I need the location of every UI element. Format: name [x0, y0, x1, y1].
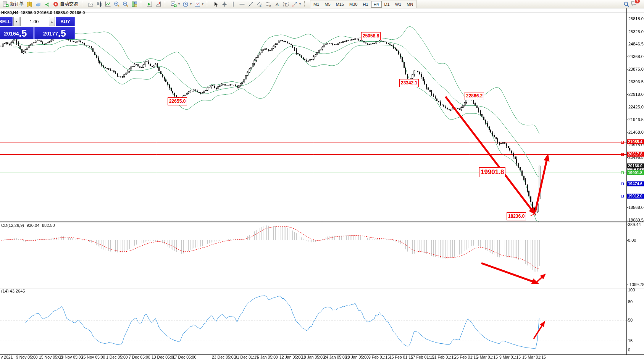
community-button[interactable] [34, 0, 42, 8]
text-icon: A [274, 1, 280, 7]
fibonacci-button[interactable]: F [264, 0, 273, 8]
equidistant-channel-button[interactable]: E [255, 0, 264, 8]
sell-price-main: 20164 [4, 30, 19, 37]
rsi-axis-label: 0 [628, 348, 630, 352]
chart-shift-button[interactable] [154, 0, 163, 8]
price-chart-canvas[interactable] [0, 0, 644, 359]
cursor-icon [213, 1, 219, 7]
text-label-button[interactable]: T [282, 0, 290, 8]
auto-scroll-icon [147, 1, 153, 7]
price-callout[interactable]: 25058.8 [361, 32, 381, 40]
timeframe-button-m5[interactable]: M5 [322, 1, 333, 8]
horizontal-line-button[interactable] [238, 0, 246, 8]
signals-button[interactable] [43, 0, 51, 8]
timeframe-button-m15[interactable]: M15 [333, 1, 347, 8]
time-axis-label: 31 Dec 01:15 [235, 355, 258, 359]
time-axis-label: v 2021 [1, 355, 13, 359]
time-axis-label: 28 Jan 05:00 [345, 355, 369, 359]
timeframe-button-m30[interactable]: M30 [347, 1, 360, 8]
new-order-button-label: 新订单 [10, 1, 24, 7]
time-axis-label: 17 Feb 01:15 [411, 355, 434, 359]
chevron-down-icon: ▾ [178, 2, 180, 6]
cursor-button[interactable] [211, 0, 220, 8]
line-chart-button[interactable] [104, 0, 112, 8]
crosshair-icon [221, 1, 228, 7]
trendline-button[interactable] [247, 0, 255, 8]
crosshair-button[interactable] [220, 0, 229, 8]
vertical-line-icon [230, 1, 236, 7]
timeframe-button-w1[interactable]: W1 [392, 1, 404, 8]
notification-badge: 1 [634, 0, 640, 4]
buy-button[interactable]: BUY [56, 17, 75, 26]
new-order-button[interactable]: 新订单 [2, 0, 25, 8]
price-level-tag: 19012.0 [627, 194, 644, 199]
candle-chart-icon [96, 1, 102, 7]
indicators-icon [171, 1, 177, 7]
chart-shift-icon [155, 1, 161, 7]
templates-button[interactable]: ▾ [193, 0, 205, 8]
time-axis-label: 9 Nov 05:00 [16, 355, 38, 359]
price-level-tag: 20617.8 [627, 152, 644, 157]
symbol-ohlc-info: HK50,H418896.0 20166.0 18885.0 20166.0 [1, 10, 87, 15]
svg-text:E: E [260, 5, 262, 7]
price-callout[interactable]: 18236.0 [507, 212, 526, 220]
price-axis-tick: 23875.0 [628, 67, 644, 71]
rsi-axis-label: 100 [628, 288, 635, 292]
time-axis-label: 1 Dec 05:00 [106, 355, 128, 359]
price-axis-tick: 24368.0 [628, 54, 644, 59]
chat-button[interactable]: 1 [631, 0, 637, 8]
macd-axis-label: 0.00 [628, 238, 636, 243]
bar-chart-button[interactable] [86, 0, 95, 8]
time-axis-label: 15 Feb 01:15 [389, 355, 413, 359]
toolbar-separator [165, 1, 168, 7]
sell-button[interactable]: SELL [0, 17, 13, 26]
periods-button[interactable]: ▾ [181, 0, 193, 8]
price-axis-tick: 18568.0 [628, 205, 644, 210]
time-axis-label: 3 Mar 01:15 [476, 355, 498, 359]
timeframe-button-d1[interactable]: D1 [382, 1, 392, 8]
timeframe-group: M1M5M15M30H1H4D1W1MN [310, 0, 416, 8]
buy-price-display: 20177.5 [34, 27, 75, 39]
svg-text:A: A [275, 2, 279, 7]
buy-price-fraction: .5 [58, 29, 66, 38]
price-axis-tick: 18089.5 [628, 218, 644, 222]
price-callout[interactable]: 23342.1 [399, 79, 419, 87]
rsi-axis-label: 50 [628, 318, 633, 322]
rsi-indicator-label: (14) 43.2645 [1, 289, 25, 293]
vertical-line-button[interactable] [229, 0, 237, 8]
symbol-name: HK50,H4 [1, 10, 18, 15]
timeframe-button-mn[interactable]: MN [404, 1, 416, 8]
price-callout[interactable]: 19901.8 [479, 167, 505, 177]
zoom-out-button[interactable] [121, 0, 130, 8]
signal-icon [44, 1, 50, 7]
candlestick-chart-button[interactable] [95, 0, 103, 8]
indicators-button[interactable]: ▾ [169, 0, 181, 8]
book-icon [26, 1, 32, 7]
price-axis-tick: 23396.5 [628, 79, 644, 84]
volume-increase-button[interactable] [49, 17, 55, 26]
price-axis-tick: 22918.0 [628, 92, 644, 97]
search-button[interactable] [622, 0, 631, 8]
price-callout[interactable]: 22655.0 [168, 97, 187, 105]
time-axis-label: 19 Nov 05:00 [59, 355, 83, 359]
price-axis-tick: 21946.5 [628, 117, 644, 122]
timeframe-button-h4[interactable]: H4 [371, 1, 382, 8]
macd-indicator-label: CD(12,26,9) -930.04 -882.50 [1, 223, 55, 228]
auto-scroll-button[interactable] [145, 0, 154, 8]
zoom-in-button[interactable] [113, 0, 121, 8]
volume-decrease-button[interactable] [13, 17, 19, 26]
zoom-out-icon [123, 1, 129, 7]
macd-axis-label: -1099.78 [628, 282, 644, 287]
autotrade-button[interactable]: 自动交易 [52, 0, 79, 8]
timeframe-button-h1[interactable]: H1 [360, 1, 371, 8]
rsi-axis-label: 15 [628, 338, 633, 343]
text-button[interactable]: A [273, 0, 281, 8]
volume-input[interactable] [20, 17, 48, 26]
one-click-trade-panel: SELL BUY 20164.5 20177.5 [0, 17, 75, 39]
history-center-button[interactable] [25, 0, 34, 8]
price-callout[interactable]: 22866.2 [465, 92, 484, 100]
arrows-button[interactable]: ▾ [291, 0, 302, 8]
timeframe-button-m1[interactable]: M1 [311, 1, 322, 8]
tile-windows-button[interactable] [130, 0, 139, 8]
autotrade-icon [53, 1, 59, 7]
